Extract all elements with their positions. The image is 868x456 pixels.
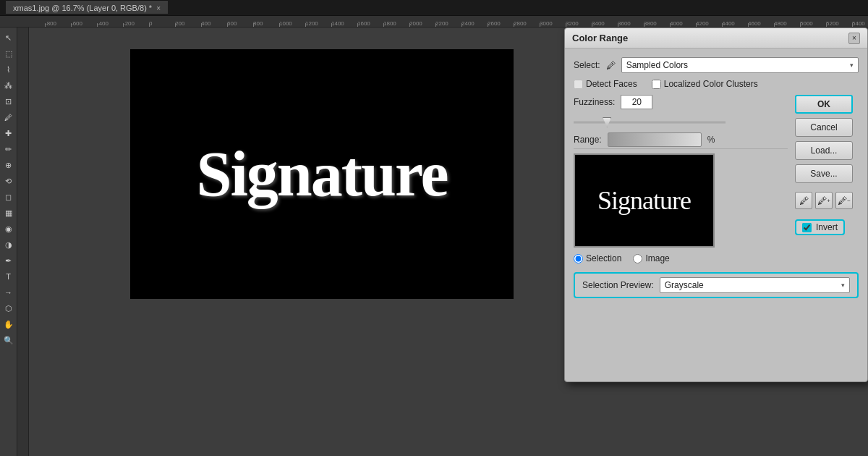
- fuzziness-slider[interactable]: [574, 115, 726, 130]
- ok-button[interactable]: OK: [795, 95, 853, 114]
- main-area: ↖ ⬚ ⌇ ⁂ ⊡ 🖉 ✚ ✏ ⊕ ⟲ ◻ ▦ ◉ ◑ ✒ T → ⬡ ✋ 🔍 …: [0, 28, 868, 456]
- ruler-tick: 2200: [435, 20, 461, 27]
- dodge-tool[interactable]: ◑: [1, 237, 16, 252]
- ruler-tick: -800: [45, 20, 71, 27]
- sampled-colors-select[interactable]: Sampled Colors ▾: [621, 57, 859, 73]
- preview-signature: Signature: [597, 185, 691, 216]
- history-brush[interactable]: ⟲: [1, 174, 16, 188]
- cancel-button[interactable]: Cancel: [795, 118, 853, 137]
- marquee-tool[interactable]: ⬚: [1, 46, 16, 61]
- pen-tool[interactable]: ✒: [1, 253, 16, 268]
- selection-preview-bar: Selection Preview: Grayscale ▾: [574, 272, 859, 298]
- selection-radio[interactable]: [574, 254, 583, 263]
- sample-eyedropper-button[interactable]: 🖉: [795, 192, 812, 209]
- ruler-tick: 5400: [852, 20, 868, 27]
- ruler-tick: 4800: [774, 20, 800, 27]
- separator-1: [574, 148, 788, 149]
- tab-label: xmas1.jpg @ 16.7% (Layer 0, RGB/8) *: [13, 4, 152, 12]
- eyedropper-tool[interactable]: 🖉: [1, 110, 16, 124]
- dialog-close-button[interactable]: ×: [848, 33, 860, 44]
- content-columns: Fuzziness: 20 Range:: [574, 95, 859, 263]
- invert-checkbox[interactable]: [802, 223, 812, 232]
- color-range-dialog: Color Range × Select: 🖉 Sampled Colors ▾: [564, 28, 868, 382]
- dialog-title: Color Range: [572, 33, 628, 43]
- left-column: Fuzziness: 20 Range:: [574, 95, 788, 263]
- ruler-tick: 3000: [540, 20, 566, 27]
- eraser-tool[interactable]: ◻: [1, 190, 16, 204]
- ruler-tick: 1600: [357, 20, 383, 27]
- brush-tool[interactable]: ✏: [1, 142, 16, 156]
- ruler-tick: 600: [227, 20, 253, 27]
- selection-preview-label: Selection Preview:: [582, 280, 654, 290]
- dialog-title-bar: Color Range ×: [565, 28, 867, 48]
- save-button[interactable]: Save...: [795, 164, 853, 183]
- top-bar: xmas1.jpg @ 16.7% (Layer 0, RGB/8) * ×: [0, 0, 868, 16]
- canvas-signature: Signature: [196, 138, 447, 211]
- ruler-tick: 200: [175, 20, 201, 27]
- canvas-area: Signature Color Range × Select: 🖉 Sample…: [29, 28, 868, 456]
- hand-tool[interactable]: ✋: [1, 317, 16, 332]
- add-sample-eyedropper-button[interactable]: 🖉+: [815, 192, 833, 209]
- ruler-tick: 2600: [488, 20, 514, 27]
- select-label: Select:: [574, 60, 600, 70]
- ruler-tick: -400: [97, 20, 123, 27]
- ruler-tick: 4200: [696, 20, 722, 27]
- image-radio-label: Image: [633, 253, 669, 263]
- selection-preview-select[interactable]: Grayscale ▾: [660, 277, 850, 293]
- ruler-tick: -600: [71, 20, 97, 27]
- subtract-sample-eyedropper-button[interactable]: 🖉−: [835, 192, 853, 209]
- ruler-tick: 3400: [592, 20, 618, 27]
- gradient-tool[interactable]: ▦: [1, 206, 16, 220]
- document-tab[interactable]: xmas1.jpg @ 16.7% (Layer 0, RGB/8) * ×: [6, 1, 168, 14]
- load-button[interactable]: Load...: [795, 141, 853, 160]
- clone-tool[interactable]: ⊕: [1, 158, 16, 172]
- crop-tool[interactable]: ⊡: [1, 94, 16, 109]
- preview-image: Signature: [574, 153, 715, 248]
- view-mode-radio-row: Selection Image: [574, 253, 788, 263]
- localized-checkbox-row: Localized Color Clusters: [652, 79, 758, 89]
- preview-select-arrow-icon: ▾: [841, 282, 845, 289]
- magic-wand-tool[interactable]: ⁂: [1, 78, 16, 93]
- lasso-tool[interactable]: ⌇: [1, 62, 16, 77]
- ruler-tick: 5200: [826, 20, 852, 27]
- select-arrow-icon: ▾: [850, 62, 854, 69]
- tab-close-button[interactable]: ×: [156, 4, 161, 12]
- fuzziness-label: Fuzziness:: [574, 97, 615, 107]
- ruler-tick: 2400: [461, 20, 488, 27]
- image-radio[interactable]: [633, 254, 642, 263]
- detect-faces-checkbox[interactable]: [574, 80, 583, 89]
- shape-tool[interactable]: ⬡: [1, 301, 16, 316]
- ruler-tick: 1400: [331, 20, 357, 27]
- right-column: OK Cancel Load... Save... 🖉 🖉+ 🖉−: [795, 95, 859, 263]
- left-toolbar: ↖ ⬚ ⌇ ⁂ ⊡ 🖉 ✚ ✏ ⊕ ⟲ ◻ ▦ ◉ ◑ ✒ T → ⬡ ✋ 🔍: [0, 28, 17, 456]
- fuzziness-input[interactable]: 20: [621, 95, 652, 109]
- ruler-tick: 0: [149, 20, 175, 27]
- canvas-image: Signature: [130, 49, 514, 299]
- path-selection[interactable]: →: [1, 285, 16, 300]
- zoom-tool[interactable]: 🔍: [1, 333, 16, 347]
- healing-tool[interactable]: ✚: [1, 126, 16, 140]
- ruler-tick: 3200: [566, 20, 592, 27]
- range-label: Range:: [574, 135, 602, 145]
- slider-track: [574, 122, 726, 124]
- options-row: Detect Faces Localized Color Clusters: [574, 79, 859, 89]
- ruler-tick: 1000: [279, 20, 305, 27]
- ruler-tick: 5000: [800, 20, 826, 27]
- ruler-ticks: -800-600-400-200020040060080010001200140…: [0, 16, 868, 27]
- blur-tool[interactable]: ◉: [1, 221, 16, 236]
- range-slider[interactable]: [608, 132, 702, 147]
- vertical-ruler: [17, 28, 29, 456]
- ruler-tick: 3800: [644, 20, 670, 27]
- ruler-tick: 400: [201, 20, 227, 27]
- ruler-tick: 4600: [748, 20, 774, 27]
- localized-label: Localized Color Clusters: [664, 79, 758, 89]
- move-tool[interactable]: ↖: [1, 30, 16, 45]
- ruler-tick: -200: [123, 20, 149, 27]
- type-tool[interactable]: T: [1, 269, 16, 284]
- ruler-tick: 2800: [514, 20, 540, 27]
- selection-radio-label: Selection: [574, 253, 621, 263]
- select-eyedropper-icon: 🖉: [606, 60, 616, 71]
- ruler-tick: 800: [253, 20, 279, 27]
- ruler-tick: 3600: [618, 20, 644, 27]
- localized-color-clusters-checkbox[interactable]: [652, 80, 661, 89]
